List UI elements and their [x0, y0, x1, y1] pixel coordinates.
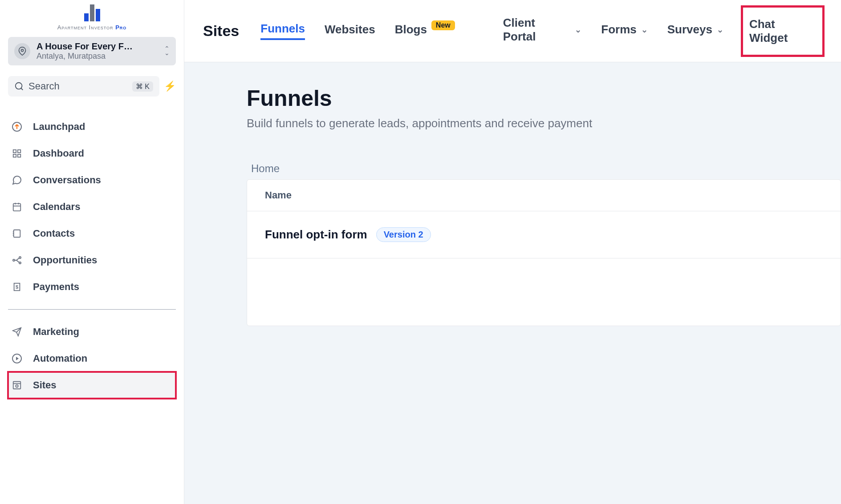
version-badge: Version 2	[376, 227, 431, 242]
nav-label: Conversations	[33, 174, 101, 186]
svg-text:$: $	[16, 284, 18, 290]
svg-point-17	[19, 257, 21, 258]
sites-icon	[11, 379, 23, 391]
tab-funnels[interactable]: Funnels	[260, 22, 305, 40]
search-input[interactable]: Search ⌘ K	[8, 76, 159, 97]
svg-rect-12	[14, 230, 20, 238]
column-name: Name	[265, 190, 292, 201]
nav-conversations[interactable]: Conversations	[8, 167, 176, 194]
funnels-table: Name Funnel opt-in form Version 2	[247, 179, 841, 326]
tab-websites[interactable]: Websites	[325, 23, 375, 39]
tab-label: Chat Widget	[749, 17, 816, 45]
nav-sites[interactable]: Sites	[8, 372, 176, 399]
account-name: A House For Every F…	[37, 41, 158, 52]
nav-divider	[8, 309, 176, 310]
svg-rect-6	[13, 154, 16, 157]
nav-label: Dashboard	[33, 148, 84, 159]
breadcrumb[interactable]: Home	[251, 162, 841, 175]
svg-point-16	[13, 259, 15, 261]
chevron-down-icon: ⌄	[641, 25, 648, 35]
calendar-icon	[11, 201, 23, 213]
table-row[interactable]: Funnel opt-in form Version 2	[247, 211, 841, 258]
chat-icon	[11, 174, 23, 186]
search-icon	[14, 81, 24, 91]
sidebar: Apartment Investor Pro A House For Every…	[0, 0, 184, 504]
primary-nav: Launchpad Dashboard Conversations Calend…	[8, 113, 176, 399]
nav-opportunities[interactable]: Opportunities	[8, 247, 176, 274]
main-area: Sites Funnels Websites BlogsNew Client P…	[184, 0, 841, 504]
svg-point-0	[21, 49, 24, 52]
location-pin-icon	[14, 43, 30, 59]
payments-icon: $	[11, 281, 23, 293]
brand-name: Apartment Investor Pro	[57, 24, 127, 31]
new-badge: New	[431, 20, 455, 30]
tab-forms[interactable]: Forms⌄	[601, 23, 647, 39]
section-title: Sites	[203, 22, 239, 40]
svg-point-25	[16, 385, 18, 387]
tab-label: Client Portal	[503, 16, 571, 44]
nav-label: Marketing	[33, 326, 79, 338]
contacts-icon	[11, 227, 23, 240]
tab-blogs[interactable]: BlogsNew	[395, 23, 455, 39]
search-placeholder: Search	[28, 81, 128, 92]
page-subtitle: Build funnels to generate leads, appoint…	[247, 117, 841, 130]
account-location: Antalya, Muratpasa	[37, 52, 158, 61]
nav-label: Opportunities	[33, 254, 97, 266]
brand-logo-icon	[57, 4, 127, 21]
table-header: Name	[247, 180, 841, 211]
nav-label: Sites	[33, 379, 57, 391]
chevron-updown-icon: ⌃⌄	[164, 47, 170, 56]
nav-calendars[interactable]: Calendars	[8, 194, 176, 220]
nav-marketing[interactable]: Marketing	[8, 319, 176, 345]
dashboard-icon	[11, 147, 23, 160]
tab-label: Funnels	[260, 22, 305, 36]
tab-surveys[interactable]: Surveys⌄	[667, 23, 723, 39]
launchpad-icon	[11, 121, 23, 133]
nav-contacts[interactable]: Contacts	[8, 220, 176, 247]
nav-label: Automation	[33, 353, 87, 364]
content: Funnels Build funnels to generate leads,…	[184, 62, 841, 504]
send-icon	[11, 326, 23, 338]
nav-label: Payments	[33, 281, 79, 293]
chevron-down-icon: ⌄	[717, 25, 723, 35]
automation-icon	[11, 352, 23, 365]
tab-chat-widget[interactable]: Chat Widget	[743, 8, 822, 55]
nav-label: Contacts	[33, 228, 75, 239]
nav-automation[interactable]: Automation	[8, 345, 176, 372]
tabs: Funnels Websites BlogsNew Client Portal⌄…	[260, 8, 822, 55]
svg-rect-5	[18, 150, 20, 153]
chevron-down-icon: ⌄	[575, 25, 581, 35]
tab-label: Blogs	[395, 23, 427, 36]
tab-label: Forms	[601, 23, 636, 36]
svg-rect-7	[18, 154, 20, 157]
nav-label: Calendars	[33, 201, 80, 213]
funnel-name: Funnel opt-in form	[265, 228, 367, 242]
page-title: Funnels	[247, 85, 841, 111]
account-switcher[interactable]: A House For Every F… Antalya, Muratpasa …	[8, 37, 176, 65]
nav-payments[interactable]: $ Payments	[8, 274, 176, 300]
topbar: Sites Funnels Websites BlogsNew Client P…	[184, 0, 841, 62]
search-shortcut: ⌘ K	[132, 81, 153, 92]
nav-dashboard[interactable]: Dashboard	[8, 140, 176, 167]
tab-label: Websites	[325, 23, 375, 36]
svg-rect-8	[13, 204, 21, 211]
svg-point-18	[19, 262, 21, 264]
funnels-panel: Home Name Funnel opt-in form Version 2	[247, 162, 841, 326]
bolt-icon[interactable]: ⚡	[164, 81, 176, 92]
svg-marker-22	[16, 357, 19, 360]
svg-point-1	[16, 83, 22, 89]
nav-launchpad[interactable]: Launchpad	[8, 113, 176, 140]
tab-label: Surveys	[667, 23, 712, 36]
brand-logo: Apartment Investor Pro	[8, 0, 176, 33]
tab-client-portal[interactable]: Client Portal⌄	[503, 16, 582, 46]
svg-line-2	[21, 88, 23, 90]
opportunities-icon	[11, 254, 23, 266]
svg-rect-4	[13, 150, 16, 153]
nav-label: Launchpad	[33, 121, 85, 133]
